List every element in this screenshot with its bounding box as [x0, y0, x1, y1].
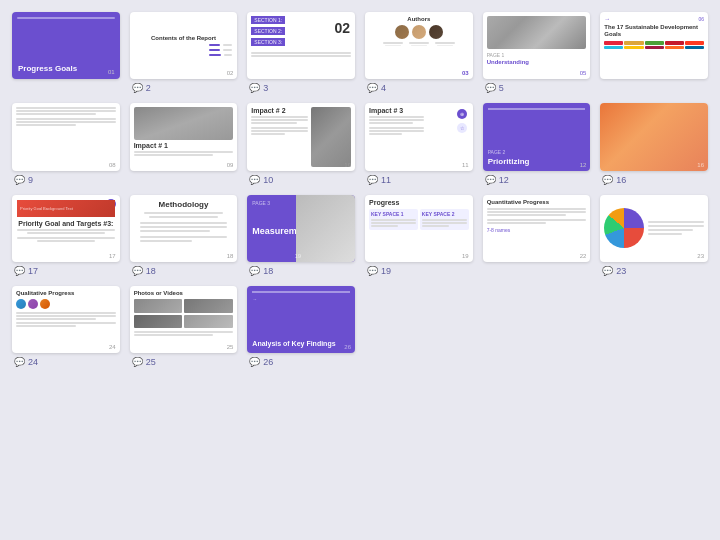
tl-22-5 [487, 222, 547, 224]
slide-3-section-tag3: SECTION 3: [251, 38, 285, 46]
slide-11-text-block2 [369, 127, 424, 135]
slide-25-count: 25 [146, 357, 156, 367]
slide-3-comment-count: 3 [263, 83, 268, 93]
meth-title: Methodology [159, 200, 209, 209]
slide-3-footer: 💬 3 [247, 83, 355, 93]
tl-22-1 [487, 208, 587, 210]
slide-17-top-image: Priority Goal Background Text [17, 200, 115, 217]
slide-22[interactable]: Quantitative Progress 7-8 names 22 [483, 195, 591, 262]
tl-10-6 [251, 133, 285, 135]
slide-10[interactable]: Impact # 2 10 [247, 103, 355, 170]
tl-9-2 [134, 154, 214, 156]
tl-25-1 [134, 331, 234, 333]
slide-12[interactable]: PAGE 2 Prioritizing 12 [483, 103, 591, 170]
slide-wrapper-6: → 06 The 17 Sustainable Development Goal… [600, 12, 708, 93]
section-line-1 [209, 44, 219, 46]
slide-8[interactable]: 08 [12, 103, 120, 170]
slide-wrapper-5: PAGE 1 Understanding 05 💬 5 [483, 12, 591, 93]
tl-10-5 [251, 130, 308, 132]
author-name-2 [409, 42, 429, 44]
slide-8-lines [16, 107, 116, 126]
comment-icon-20: 💬 [367, 266, 378, 276]
slide-17-bg-text: Priority Goal Background Text [20, 206, 73, 211]
slide-4[interactable]: Authors 03 [365, 12, 473, 79]
slide-10-footer: 💬 10 [247, 175, 355, 185]
slide-20-count: 19 [381, 266, 391, 276]
avatar-3 [429, 25, 443, 39]
slide-12-num: 12 [580, 162, 587, 168]
slide-20[interactable]: Progress KEY SPACE 1 KEY SPACE 2 19 [365, 195, 473, 262]
section-text-3 [224, 54, 232, 56]
tl-17-1 [17, 229, 115, 231]
slide-11[interactable]: Impact # 3 ⊕ ☆ 11 [365, 103, 473, 170]
slide-5[interactable]: PAGE 1 Understanding 05 [483, 12, 591, 79]
tl-11-6 [369, 133, 402, 135]
slide-23-count: 23 [616, 266, 626, 276]
slide-12-count: 12 [499, 175, 509, 185]
author-item-2 [409, 42, 429, 46]
slide-11-footer: 💬 11 [365, 175, 473, 185]
slide-6-arrow: → [604, 16, 610, 22]
slide-22-title: Quantitative Progress [487, 199, 587, 205]
tl-1 [251, 52, 351, 54]
qual-avatar-2 [28, 299, 38, 309]
slide-4-footer: 💬 4 [365, 83, 473, 93]
slide-24-title: Qualitative Progress [16, 290, 116, 296]
slide-26[interactable]: → Analysis of Key Findings 26 [247, 286, 355, 353]
author-role-3 [437, 45, 453, 46]
author-name-1 [383, 42, 403, 44]
key-item-2: KEY SPACE 2 [420, 209, 469, 230]
slide-23[interactable]: 23 [600, 195, 708, 262]
slide-6[interactable]: → 06 The 17 Sustainable Development Goal… [600, 12, 708, 79]
slide-11-icon-circle: ⊕ [457, 109, 467, 119]
slide-1[interactable]: Progress Goals 01 [12, 12, 120, 79]
tl-8-1 [16, 107, 116, 109]
tl-8-4 [16, 118, 116, 120]
slide-17[interactable]: ● Priority Goal Background Text Priority… [12, 195, 120, 262]
slide-24-avatars [16, 299, 116, 309]
sdg-bar-4 [665, 41, 684, 45]
sdg-bar-5 [685, 41, 704, 45]
comment-icon-4: 💬 [367, 83, 378, 93]
avatar-1 [395, 25, 409, 39]
slide-2[interactable]: Contents of the Report 02 [130, 12, 238, 79]
slide-9[interactable]: Impact # 1 09 [130, 103, 238, 170]
slide-24[interactable]: Qualitative Progress 24 [12, 286, 120, 353]
tl-2 [251, 55, 351, 57]
slide-19[interactable]: PAGE 3 Measurement 19 [247, 195, 355, 262]
section-line-2 [209, 49, 219, 51]
slide-18[interactable]: Methodology 18 [130, 195, 238, 262]
tl-24-5 [16, 325, 76, 327]
slide-24-footer: 💬 24 [12, 357, 120, 367]
tl-18-3 [140, 230, 210, 232]
slide-11-icon: ⊕ [460, 111, 464, 117]
photo-4 [184, 315, 233, 329]
comment-icon-25: 💬 [132, 357, 143, 367]
sdg-bar-6 [604, 46, 623, 50]
slide-16-image: 16 [600, 103, 708, 170]
building-image [487, 16, 587, 49]
slide-wrapper-17: ● Priority Goal Background Text Priority… [12, 195, 120, 276]
slide-wrapper-23: 23 💬 23 [600, 195, 708, 276]
slide-10-image [311, 107, 351, 166]
slide-25-photo-grid [134, 299, 234, 329]
slide-25[interactable]: Photos or Videos 25 [130, 286, 238, 353]
slide-12-title: Prioritizing [488, 157, 586, 166]
slide-8-count: 9 [28, 175, 33, 185]
photo-2 [184, 299, 233, 313]
slide-wrapper-10: Impact # 2 10 💬 10 [247, 103, 355, 184]
tl-8-3 [16, 113, 96, 115]
slide-8-footer: 💬 9 [12, 175, 120, 185]
comment-icon-17: 💬 [14, 266, 25, 276]
comment-icon-16: 💬 [602, 175, 613, 185]
slide-6-page: 06 [698, 16, 704, 22]
slide-16[interactable]: 16 [600, 103, 708, 170]
top-bar-1 [17, 17, 115, 19]
slide-wrapper-4: Authors 03 [365, 12, 473, 93]
slide-3[interactable]: SECTION 1: SECTION 2: SECTION 3: 02 [247, 12, 355, 79]
slide-3-section-tag2: SECTION 2: [251, 27, 285, 35]
slide-wrapper-9: Impact # 1 09 [130, 103, 238, 184]
slide-5-image [487, 16, 587, 49]
tl-11-1 [369, 116, 424, 118]
meth-line-1 [144, 212, 222, 214]
